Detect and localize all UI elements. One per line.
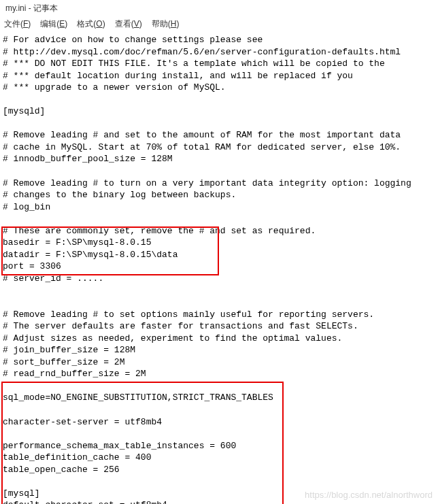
editor-area[interactable]: # For advice on how to change settings p… bbox=[0, 33, 438, 504]
line: # Remove leading # and set to the amount… bbox=[3, 130, 401, 140]
line: # *** DO NOT EDIT THIS FILE. It's a temp… bbox=[3, 58, 385, 69]
line: [mysql] bbox=[3, 488, 40, 499]
window-title: my.ini - 记事本 bbox=[5, 3, 58, 13]
line: performance_schema_max_table_instances =… bbox=[3, 441, 236, 451]
line: # innodb_buffer_pool_size = 128M bbox=[3, 154, 173, 164]
line: character-set-server = utf8mb4 bbox=[3, 417, 162, 427]
line: table_open_cache = 256 bbox=[3, 465, 120, 475]
line: datadir = F:\SP\mysql-8.0.15\data bbox=[3, 250, 178, 260]
line: # log_bin bbox=[3, 202, 50, 212]
line: table_definition_cache = 400 bbox=[3, 452, 151, 463]
line: # read_rnd_buffer_size = 2M bbox=[3, 369, 146, 379]
line: # The server defaults are faster for tra… bbox=[3, 321, 358, 331]
menu-file[interactable]: 文件(F) bbox=[4, 18, 31, 30]
line: # For advice on how to change settings p… bbox=[3, 35, 263, 45]
line: [mysqld] bbox=[3, 106, 45, 116]
line: # join_buffer_size = 128M bbox=[3, 345, 135, 355]
line: sql_mode=NO_ENGINE_SUBSTITUTION,STRICT_T… bbox=[3, 392, 273, 403]
line: # *** default location during install, a… bbox=[3, 71, 353, 81]
line: # These are commonly set, remove the # a… bbox=[3, 226, 316, 236]
line: # Remove leading # to set options mainly… bbox=[3, 309, 374, 320]
line: port = 3306 bbox=[3, 261, 61, 271]
menu-edit[interactable]: 编辑(E) bbox=[40, 18, 67, 30]
line: basedir = F:\SP\mysql-8.0.15 bbox=[3, 237, 151, 248]
line: # changes to the binary log between back… bbox=[3, 190, 236, 200]
line: # sort_buffer_size = 2M bbox=[3, 357, 124, 367]
menu-format[interactable]: 格式(O) bbox=[77, 18, 105, 30]
line: # cache in MySQL. Start at 70% of total … bbox=[3, 142, 401, 152]
line: # *** upgrade to a newer version of MySQ… bbox=[3, 82, 226, 93]
menu-view[interactable]: 查看(V) bbox=[115, 18, 142, 30]
menu-help[interactable]: 帮助(H) bbox=[152, 18, 180, 30]
line: # Remove leading # to turn on a very imp… bbox=[3, 178, 411, 188]
window-titlebar: my.ini - 记事本 bbox=[0, 0, 438, 17]
line: # http://dev.mysql.com/doc/refman/5.6/en… bbox=[3, 47, 401, 57]
line: default-character-set = utf8mb4 bbox=[3, 500, 167, 504]
menu-bar: 文件(F) 编辑(E) 格式(O) 查看(V) 帮助(H) bbox=[0, 17, 438, 33]
line: # Adjust sizes as needed, experiment to … bbox=[3, 333, 342, 343]
line: # server_id = ..... bbox=[3, 273, 103, 284]
